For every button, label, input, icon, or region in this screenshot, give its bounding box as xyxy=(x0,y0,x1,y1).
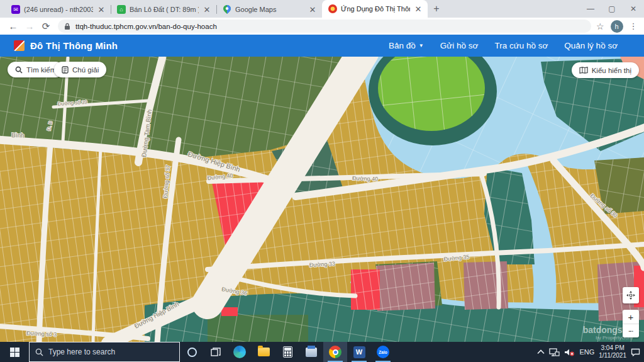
home-icon: ⌂ xyxy=(117,5,126,14)
app-header: Đô Thị Thông Minh Bản đồ▼ Gửi hồ sơ Tra … xyxy=(0,35,644,57)
maximize-button[interactable]: ▢ xyxy=(601,0,623,18)
taskbar-search[interactable] xyxy=(29,342,180,362)
emblem-icon: ★ xyxy=(328,4,337,13)
volume-muted-icon[interactable] xyxy=(564,348,575,356)
street-label: Đường 40 xyxy=(352,175,378,182)
word-icon: W xyxy=(353,346,365,358)
taskbar-clock[interactable]: 3:04 PM 1/11/2021 xyxy=(599,344,626,359)
url-text: ttqh-thuduc.tphcm.gov.vn/ban-do-quy-hoac… xyxy=(75,23,217,30)
street-label: Bình xyxy=(11,132,25,139)
chrome-button[interactable] xyxy=(323,342,347,362)
close-icon[interactable]: ✕ xyxy=(414,4,423,14)
map-book-icon xyxy=(579,67,588,74)
zalo-icon: Zalo xyxy=(377,346,389,358)
printer-icon xyxy=(306,348,317,357)
language-indicator[interactable]: ENG xyxy=(579,348,594,356)
calculator-button[interactable] xyxy=(275,342,299,362)
forward-button[interactable]: → xyxy=(21,19,38,34)
close-window-button[interactable]: ✕ xyxy=(623,0,644,18)
calculator-icon xyxy=(283,346,292,358)
minimize-button[interactable]: — xyxy=(580,0,601,18)
zoning-map-canvas[interactable]: Đường số 39 Bình Đ. B Đường Tam Bình Đườ… xyxy=(0,57,644,342)
file-explorer-button[interactable] xyxy=(252,342,275,362)
nav-gui-ho-so[interactable]: Gửi hồ sơ xyxy=(440,41,479,50)
windows-logo-icon xyxy=(10,348,19,357)
zoom-in-button[interactable]: + xyxy=(623,310,639,324)
reload-button[interactable]: ⟳ xyxy=(38,19,54,34)
tab-title: Google Maps xyxy=(235,6,304,13)
tab-title: Ứng Dụng Đô Thị Thông Minh T xyxy=(341,5,410,13)
app-logo-icon xyxy=(14,40,25,51)
app-title: Đô Thị Thông Minh xyxy=(30,40,118,51)
edge-button[interactable] xyxy=(228,342,252,362)
map-display-mode-button[interactable]: Kiểu hiển thị xyxy=(572,62,639,78)
nav-quan-ly-ho-so[interactable]: Quản lý hồ sơ xyxy=(564,41,618,50)
pan-arrows-icon xyxy=(626,291,635,300)
maps-pin-icon xyxy=(223,5,231,14)
yahoo-mail-icon: ✉ xyxy=(11,5,20,14)
tab-title: Bán Lô Đất ( DT: 89m ) Hẻm 6m Đ xyxy=(130,6,199,13)
tab-do-thi-thong-minh-active[interactable]: ★ Ứng Dụng Đô Thị Thông Minh T ✕ xyxy=(322,0,428,18)
start-button[interactable] xyxy=(0,342,29,362)
file-explorer-icon xyxy=(258,348,270,356)
nav-tra-cuu-ho-so[interactable]: Tra cứu hồ sơ xyxy=(494,41,548,50)
time: 3:04 PM xyxy=(599,344,626,352)
browser-toolbar: ← → ⟳ ttqh-thuduc.tphcm.gov.vn/ban-do-qu… xyxy=(0,18,644,35)
pan-locate-button[interactable] xyxy=(623,287,639,303)
word-button[interactable]: W xyxy=(347,342,371,362)
edge-icon xyxy=(233,346,246,358)
chrome-icon xyxy=(329,346,341,358)
address-bar[interactable]: ttqh-thuduc.tphcm.gov.vn/ban-do-quy-hoac… xyxy=(58,20,591,33)
street-label: Đường 33 xyxy=(309,261,335,268)
tab-google-maps[interactable]: Google Maps ✕ xyxy=(216,1,322,18)
app-navigation: Bản đồ▼ Gửi hồ sơ Tra cứu hồ sơ Quản lý … xyxy=(389,41,644,50)
chrome-menu-icon[interactable]: ⋮ xyxy=(630,25,637,28)
profile-avatar[interactable]: h xyxy=(611,20,623,33)
search-icon xyxy=(15,66,23,74)
map-legend-button[interactable]: Chú giải xyxy=(54,62,106,77)
printer-button[interactable] xyxy=(299,342,323,362)
nav-ban-do[interactable]: Bản đồ▼ xyxy=(389,41,424,50)
bookmark-star-icon[interactable]: ☆ xyxy=(596,21,604,31)
window-controls: — ▢ ✕ xyxy=(580,0,644,18)
zoning-map-svg: Đường số 39 Bình Đ. B Đường Tam Bình Đườ… xyxy=(0,57,644,342)
new-tab-button[interactable]: + xyxy=(428,0,445,18)
zoom-out-button[interactable]: − xyxy=(623,324,639,337)
date: 1/11/2021 xyxy=(599,352,626,359)
task-view-icon xyxy=(211,348,221,356)
browser-tab-strip: ✉ (246 unread) - nth200345@yaho ✕ ⌂ Bán … xyxy=(0,0,644,18)
network-pc-icon[interactable] xyxy=(549,348,560,356)
lock-icon xyxy=(64,23,70,30)
cortana-icon xyxy=(187,348,197,357)
zoom-control: + − xyxy=(623,310,639,337)
cortana-button[interactable] xyxy=(180,342,204,362)
chevron-down-icon: ▼ xyxy=(419,43,424,48)
zalo-button[interactable]: Zalo xyxy=(371,342,395,362)
windows-taskbar: W Zalo ENG 3:04 PM 1/11/2021 xyxy=(0,342,644,362)
close-icon[interactable]: ✕ xyxy=(308,5,317,14)
close-icon[interactable]: ✕ xyxy=(97,5,106,14)
back-button[interactable]: ← xyxy=(5,19,21,34)
legend-document-icon xyxy=(62,66,69,74)
close-icon[interactable]: ✕ xyxy=(203,5,211,14)
search-icon xyxy=(35,348,43,356)
tab-yahoo-mail[interactable]: ✉ (246 unread) - nth200345@yaho ✕ xyxy=(5,1,111,18)
tray-expand-chevron-icon[interactable] xyxy=(537,349,545,354)
tab-title: (246 unread) - nth200345@yaho xyxy=(24,6,93,13)
system-tray: ENG 3:04 PM 1/11/2021 xyxy=(537,342,644,362)
screen: ✉ (246 unread) - nth200345@yaho ✕ ⌂ Bán … xyxy=(0,0,644,362)
taskbar-search-input[interactable] xyxy=(48,348,162,356)
action-center-icon[interactable] xyxy=(631,348,640,356)
tab-ban-lo-dat[interactable]: ⌂ Bán Lô Đất ( DT: 89m ) Hẻm 6m Đ ✕ xyxy=(111,1,216,18)
task-view-button[interactable] xyxy=(204,342,228,362)
